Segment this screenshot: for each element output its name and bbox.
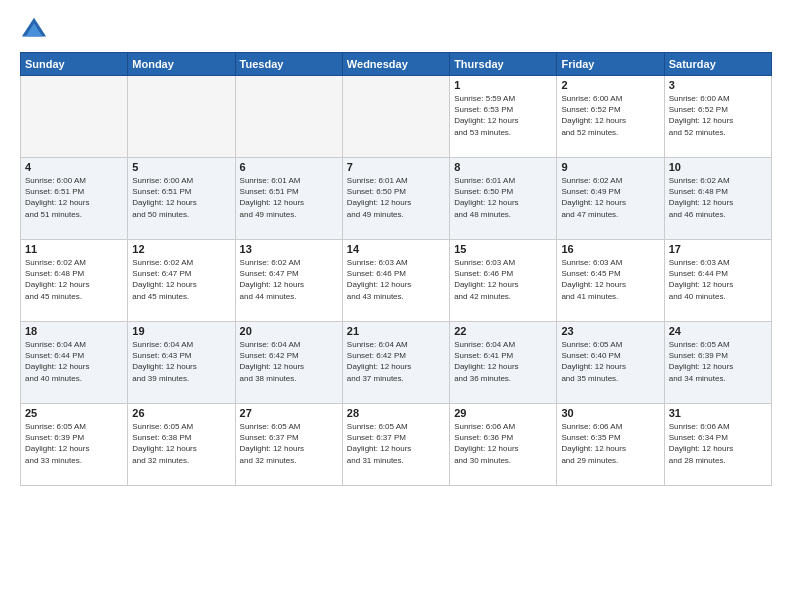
day-number: 23 [561, 325, 659, 337]
day-detail: Sunrise: 6:02 AM Sunset: 6:47 PM Dayligh… [240, 257, 338, 302]
day-detail: Sunrise: 6:04 AM Sunset: 6:44 PM Dayligh… [25, 339, 123, 384]
calendar-cell: 15Sunrise: 6:03 AM Sunset: 6:46 PM Dayli… [450, 240, 557, 322]
day-detail: Sunrise: 6:06 AM Sunset: 6:34 PM Dayligh… [669, 421, 767, 466]
day-number: 2 [561, 79, 659, 91]
day-number: 9 [561, 161, 659, 173]
day-detail: Sunrise: 6:05 AM Sunset: 6:39 PM Dayligh… [25, 421, 123, 466]
day-detail: Sunrise: 6:05 AM Sunset: 6:39 PM Dayligh… [669, 339, 767, 384]
calendar-cell [235, 76, 342, 158]
calendar-header-row: SundayMondayTuesdayWednesdayThursdayFrid… [21, 53, 772, 76]
calendar-cell: 8Sunrise: 6:01 AM Sunset: 6:50 PM Daylig… [450, 158, 557, 240]
day-number: 26 [132, 407, 230, 419]
day-detail: Sunrise: 6:00 AM Sunset: 6:51 PM Dayligh… [25, 175, 123, 220]
day-detail: Sunrise: 6:02 AM Sunset: 6:48 PM Dayligh… [669, 175, 767, 220]
day-detail: Sunrise: 6:01 AM Sunset: 6:50 PM Dayligh… [347, 175, 445, 220]
day-detail: Sunrise: 6:02 AM Sunset: 6:47 PM Dayligh… [132, 257, 230, 302]
calendar: SundayMondayTuesdayWednesdayThursdayFrid… [20, 52, 772, 486]
calendar-cell: 22Sunrise: 6:04 AM Sunset: 6:41 PM Dayli… [450, 322, 557, 404]
day-detail: Sunrise: 6:03 AM Sunset: 6:44 PM Dayligh… [669, 257, 767, 302]
day-number: 1 [454, 79, 552, 91]
weekday-header-saturday: Saturday [664, 53, 771, 76]
day-number: 20 [240, 325, 338, 337]
day-number: 8 [454, 161, 552, 173]
day-detail: Sunrise: 6:00 AM Sunset: 6:52 PM Dayligh… [669, 93, 767, 138]
weekday-header-tuesday: Tuesday [235, 53, 342, 76]
calendar-cell: 24Sunrise: 6:05 AM Sunset: 6:39 PM Dayli… [664, 322, 771, 404]
day-detail: Sunrise: 6:04 AM Sunset: 6:41 PM Dayligh… [454, 339, 552, 384]
weekday-header-sunday: Sunday [21, 53, 128, 76]
page: SundayMondayTuesdayWednesdayThursdayFrid… [0, 0, 792, 612]
weekday-header-thursday: Thursday [450, 53, 557, 76]
calendar-cell: 30Sunrise: 6:06 AM Sunset: 6:35 PM Dayli… [557, 404, 664, 486]
calendar-cell: 4Sunrise: 6:00 AM Sunset: 6:51 PM Daylig… [21, 158, 128, 240]
day-detail: Sunrise: 6:02 AM Sunset: 6:49 PM Dayligh… [561, 175, 659, 220]
day-detail: Sunrise: 6:04 AM Sunset: 6:42 PM Dayligh… [240, 339, 338, 384]
calendar-cell: 31Sunrise: 6:06 AM Sunset: 6:34 PM Dayli… [664, 404, 771, 486]
day-number: 29 [454, 407, 552, 419]
calendar-cell: 27Sunrise: 6:05 AM Sunset: 6:37 PM Dayli… [235, 404, 342, 486]
day-number: 30 [561, 407, 659, 419]
day-number: 7 [347, 161, 445, 173]
day-number: 31 [669, 407, 767, 419]
header [20, 16, 772, 44]
day-number: 27 [240, 407, 338, 419]
day-detail: Sunrise: 6:02 AM Sunset: 6:48 PM Dayligh… [25, 257, 123, 302]
calendar-week-0: 1Sunrise: 5:59 AM Sunset: 6:53 PM Daylig… [21, 76, 772, 158]
day-number: 14 [347, 243, 445, 255]
logo-icon [20, 16, 48, 44]
day-detail: Sunrise: 6:01 AM Sunset: 6:50 PM Dayligh… [454, 175, 552, 220]
calendar-cell: 1Sunrise: 5:59 AM Sunset: 6:53 PM Daylig… [450, 76, 557, 158]
calendar-cell: 11Sunrise: 6:02 AM Sunset: 6:48 PM Dayli… [21, 240, 128, 322]
day-detail: Sunrise: 6:05 AM Sunset: 6:37 PM Dayligh… [240, 421, 338, 466]
day-detail: Sunrise: 6:01 AM Sunset: 6:51 PM Dayligh… [240, 175, 338, 220]
calendar-cell: 13Sunrise: 6:02 AM Sunset: 6:47 PM Dayli… [235, 240, 342, 322]
calendar-cell: 16Sunrise: 6:03 AM Sunset: 6:45 PM Dayli… [557, 240, 664, 322]
calendar-cell: 20Sunrise: 6:04 AM Sunset: 6:42 PM Dayli… [235, 322, 342, 404]
day-number: 28 [347, 407, 445, 419]
day-number: 6 [240, 161, 338, 173]
day-number: 10 [669, 161, 767, 173]
calendar-cell: 9Sunrise: 6:02 AM Sunset: 6:49 PM Daylig… [557, 158, 664, 240]
day-detail: Sunrise: 6:03 AM Sunset: 6:46 PM Dayligh… [347, 257, 445, 302]
calendar-cell: 5Sunrise: 6:00 AM Sunset: 6:51 PM Daylig… [128, 158, 235, 240]
day-number: 16 [561, 243, 659, 255]
calendar-cell: 12Sunrise: 6:02 AM Sunset: 6:47 PM Dayli… [128, 240, 235, 322]
day-detail: Sunrise: 6:06 AM Sunset: 6:35 PM Dayligh… [561, 421, 659, 466]
calendar-cell: 6Sunrise: 6:01 AM Sunset: 6:51 PM Daylig… [235, 158, 342, 240]
day-detail: Sunrise: 6:05 AM Sunset: 6:38 PM Dayligh… [132, 421, 230, 466]
logo [20, 16, 52, 44]
day-detail: Sunrise: 6:06 AM Sunset: 6:36 PM Dayligh… [454, 421, 552, 466]
day-detail: Sunrise: 6:05 AM Sunset: 6:37 PM Dayligh… [347, 421, 445, 466]
calendar-cell: 21Sunrise: 6:04 AM Sunset: 6:42 PM Dayli… [342, 322, 449, 404]
day-number: 25 [25, 407, 123, 419]
day-detail: Sunrise: 5:59 AM Sunset: 6:53 PM Dayligh… [454, 93, 552, 138]
day-number: 22 [454, 325, 552, 337]
day-number: 12 [132, 243, 230, 255]
calendar-cell: 29Sunrise: 6:06 AM Sunset: 6:36 PM Dayli… [450, 404, 557, 486]
day-detail: Sunrise: 6:03 AM Sunset: 6:45 PM Dayligh… [561, 257, 659, 302]
day-detail: Sunrise: 6:05 AM Sunset: 6:40 PM Dayligh… [561, 339, 659, 384]
day-number: 11 [25, 243, 123, 255]
calendar-cell: 10Sunrise: 6:02 AM Sunset: 6:48 PM Dayli… [664, 158, 771, 240]
day-number: 19 [132, 325, 230, 337]
day-detail: Sunrise: 6:00 AM Sunset: 6:52 PM Dayligh… [561, 93, 659, 138]
calendar-cell [21, 76, 128, 158]
calendar-cell: 18Sunrise: 6:04 AM Sunset: 6:44 PM Dayli… [21, 322, 128, 404]
calendar-cell: 25Sunrise: 6:05 AM Sunset: 6:39 PM Dayli… [21, 404, 128, 486]
calendar-cell: 17Sunrise: 6:03 AM Sunset: 6:44 PM Dayli… [664, 240, 771, 322]
day-number: 18 [25, 325, 123, 337]
day-number: 15 [454, 243, 552, 255]
day-number: 5 [132, 161, 230, 173]
day-number: 3 [669, 79, 767, 91]
weekday-header-friday: Friday [557, 53, 664, 76]
calendar-cell: 23Sunrise: 6:05 AM Sunset: 6:40 PM Dayli… [557, 322, 664, 404]
day-number: 4 [25, 161, 123, 173]
calendar-week-4: 25Sunrise: 6:05 AM Sunset: 6:39 PM Dayli… [21, 404, 772, 486]
calendar-cell: 7Sunrise: 6:01 AM Sunset: 6:50 PM Daylig… [342, 158, 449, 240]
weekday-header-wednesday: Wednesday [342, 53, 449, 76]
day-number: 21 [347, 325, 445, 337]
calendar-week-2: 11Sunrise: 6:02 AM Sunset: 6:48 PM Dayli… [21, 240, 772, 322]
calendar-cell: 28Sunrise: 6:05 AM Sunset: 6:37 PM Dayli… [342, 404, 449, 486]
calendar-cell: 19Sunrise: 6:04 AM Sunset: 6:43 PM Dayli… [128, 322, 235, 404]
day-number: 17 [669, 243, 767, 255]
